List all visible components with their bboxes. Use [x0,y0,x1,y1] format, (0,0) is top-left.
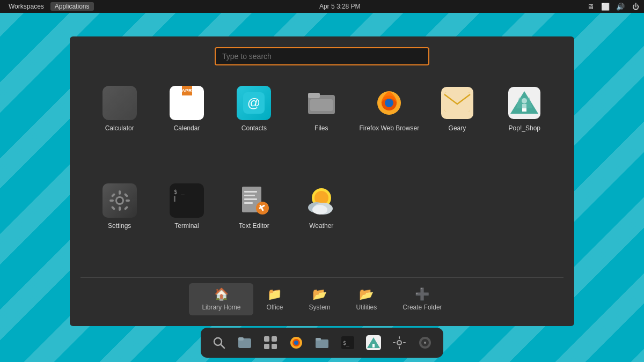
taskbar-launcher[interactable] [259,331,282,354]
category-utilities[interactable]: 📂 Utilities [343,283,390,315]
topbar-right: 🖥 ⬜ 🔊 ⏻ [586,2,640,11]
svg-rect-31 [244,198,257,200]
library-home-label: Library Home [202,304,240,311]
geary-label: Geary [449,124,466,132]
files-label: Files [314,124,328,132]
svg-rect-21 [109,200,114,202]
svg-point-60 [398,341,401,344]
svg-rect-62 [399,346,400,349]
utilities-label: Utilities [356,304,377,311]
texteditor-icon [237,183,271,218]
app-item-contacts[interactable]: @ Contacts [221,78,288,176]
app-item-calculator[interactable]: Calculator [86,78,153,176]
power-icon: ⏻ [631,2,640,11]
svg-rect-30 [244,195,255,196]
calendar-icon: APR [170,86,204,120]
volume-icon: 🔊 [616,2,625,11]
category-library-home[interactable]: 🏠 Library Home [189,283,253,315]
svg-rect-4 [310,99,333,111]
svg-point-7 [385,99,393,107]
taskbar-search[interactable] [207,331,231,354]
svg-point-51 [294,341,298,345]
category-office[interactable]: 📁 Office [253,283,296,315]
category-create-folder[interactable]: ➕ Create Folder [390,283,455,315]
svg-rect-46 [272,336,277,342]
taskbar-filemanager[interactable] [310,331,334,354]
app-item-popshop[interactable]: Pop!_Shop [491,78,558,176]
settings-label: Settings [108,222,131,230]
popshop-icon [507,86,541,120]
calendar-label: Calendar [174,124,200,132]
app-item-terminal[interactable]: $ _ ▌ Terminal [153,176,220,274]
app-item-geary[interactable]: Geary [423,78,491,176]
app-item-firefox[interactable]: Firefox Web Browser [355,78,423,176]
taskbar: $_ [201,328,443,358]
svg-rect-63 [393,342,396,343]
svg-rect-19 [119,190,121,195]
svg-rect-26 [123,205,128,210]
texteditor-label: Text Editor [239,222,269,230]
weather-label: Weather [309,222,333,230]
terminal-label: Terminal [174,222,199,230]
topbar: Workspaces Applications Apr 5 3:28 PM 🖥 … [0,0,644,13]
settings-icon [103,183,137,218]
category-bar: 🏠 Library Home 📁 Office 📂 System 📂 Utili… [80,277,564,315]
svg-rect-53 [316,338,321,341]
taskbar-files[interactable] [233,331,257,354]
svg-text:@: @ [247,95,260,110]
taskbar-settings[interactable] [387,331,411,354]
popshop-label: Pop!_Shop [509,124,540,132]
files-icon [304,86,339,120]
geary-icon [440,86,474,120]
svg-rect-24 [123,193,128,197]
svg-rect-47 [264,344,269,349]
svg-rect-3 [308,93,320,98]
svg-rect-44 [238,337,244,341]
svg-rect-29 [244,191,257,193]
terminal-icon: $ _ ▌ [170,183,204,218]
system-label: System [309,304,331,311]
svg-rect-11 [444,92,470,94]
create-folder-icon: ➕ [415,287,429,301]
topbar-datetime: Apr 5 3:28 PM [94,3,586,10]
topbar-left: Workspaces Applications [4,2,94,11]
search-container [80,47,564,65]
apps-grid: Calculator APR [80,78,564,273]
svg-line-42 [221,344,224,348]
svg-text:$_: $_ [343,340,350,346]
app-item-files[interactable]: Files [288,78,355,176]
firefox-label: Firefox Web Browser [359,124,419,132]
svg-rect-61 [399,336,400,339]
app-item-weather[interactable]: Weather [288,176,355,274]
create-folder-label: Create Folder [402,304,442,311]
contacts-icon: @ [237,86,271,120]
svg-rect-48 [272,344,277,349]
screen-icon: 🖥 [586,2,595,11]
system-icon: 📂 [312,287,327,301]
svg-rect-25 [111,205,115,210]
svg-point-67 [424,342,426,344]
app-launcher: Calculator APR [70,36,574,326]
svg-point-18 [117,198,122,203]
office-icon: 📁 [267,287,282,301]
taskbar-terminal[interactable]: $_ [336,331,360,354]
taskbar-media[interactable] [413,331,437,354]
office-label: Office [266,304,283,311]
applications-button[interactable]: Applications [50,2,94,11]
workspaces-button[interactable]: Workspaces [4,2,48,11]
utilities-icon: 📂 [359,287,374,301]
app-item-settings[interactable]: Settings [86,176,153,274]
svg-point-40 [312,205,327,215]
taskbar-popshop[interactable] [362,331,385,354]
library-home-icon: 🏠 [214,287,229,301]
contacts-label: Contacts [241,124,267,132]
search-input[interactable] [215,47,429,65]
taskbar-firefox[interactable] [284,331,308,354]
app-item-calendar[interactable]: APR [153,78,220,176]
svg-rect-20 [119,206,121,211]
svg-marker-16 [516,98,532,108]
app-item-texteditor[interactable]: Text Editor [221,176,288,274]
svg-rect-52 [316,339,328,348]
svg-rect-23 [111,193,115,197]
category-system[interactable]: 📂 System [296,283,343,315]
